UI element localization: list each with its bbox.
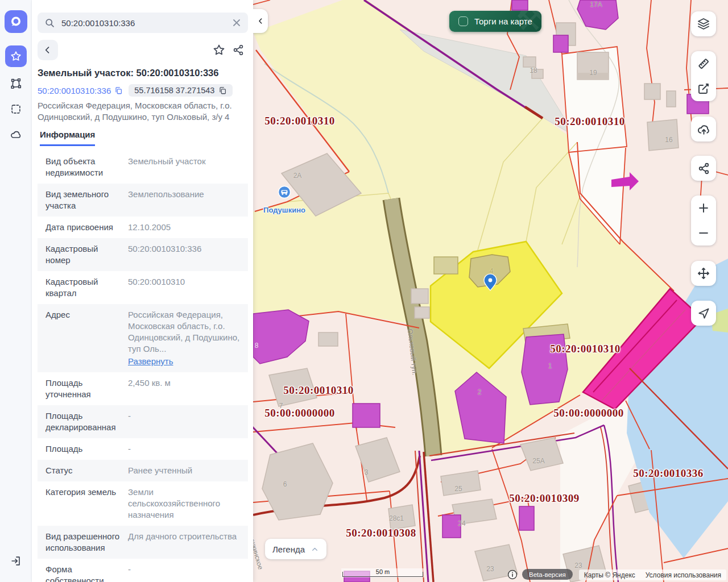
cadastral-quarter-label: 50:20:0010336 [633, 467, 704, 480]
app-window: Земельный участок: 50:20:0010310:336 50:… [0, 0, 728, 582]
info-row-label: Дата присвоения [46, 222, 120, 233]
info-row: Площадь декларированная- [38, 405, 248, 438]
info-row: Кадастровый квартал50:20:0010310 [38, 271, 248, 304]
info-table: Вид объекта недвижимостиЗемельный участо… [38, 151, 248, 582]
info-row-value: Ранее учтенный [120, 465, 242, 476]
scale-label: 50 m [341, 568, 424, 575]
cadastral-quarter-label: 50:20:0010310 [283, 384, 354, 397]
cadastral-number-chip[interactable]: 50:20:0010310:336 [38, 86, 123, 95]
auction-checkbox[interactable] [458, 16, 468, 26]
info-row-value-text: Для дачного строительства [128, 531, 237, 541]
object-address: Российская Федерация, Московская область… [38, 100, 249, 123]
locate-button[interactable] [691, 301, 716, 326]
favorite-button[interactable] [209, 40, 229, 60]
chevron-left-icon [259, 19, 262, 23]
sidebar-item-login[interactable] [5, 550, 27, 572]
building-number-label: 2 [478, 388, 482, 396]
info-row-value-text: 50:20:0010310:336 [128, 244, 201, 253]
panel-collapse-button[interactable] [253, 9, 268, 33]
cadastral-quarter-label: 50:20:0010310 [555, 115, 625, 128]
legend-button[interactable]: Легенда [265, 539, 326, 559]
app-logo[interactable] [5, 10, 27, 33]
info-row-label: Вид объекта недвижимости [46, 156, 120, 178]
info-row-value-text: 50:20:0010310 [128, 277, 185, 286]
back-button[interactable] [38, 40, 58, 60]
sidebar-item-objects[interactable] [5, 73, 27, 94]
upload-button[interactable] [691, 117, 716, 142]
building-number-label: 28с1 [389, 514, 404, 522]
layers-button[interactable] [691, 11, 716, 36]
building-number-label: 23 [574, 562, 582, 569]
search-bar[interactable] [38, 13, 248, 33]
polygon-icon [10, 77, 22, 90]
locate-icon [697, 307, 710, 320]
cadastral-quarter-label: 50:20:0010309 [509, 492, 580, 505]
info-row: Дата присвоения12.10.2005 [38, 217, 248, 238]
share-map-button[interactable] [691, 156, 716, 181]
cadastral-quarter-label: 50:20:0010308 [346, 527, 416, 539]
pan-icon [697, 267, 710, 280]
coordinates-chip[interactable]: 55.716158 37.271543 [129, 84, 233, 97]
coordinates-text: 55.716158 37.271543 [134, 86, 214, 95]
cadastral-quarter-label: 50:20:0010310 [264, 115, 335, 127]
building-number-label: 3 [365, 468, 369, 476]
map-attribution: Карты © Яндекс Условия использования [579, 569, 726, 580]
copy-icon[interactable] [114, 86, 123, 95]
info-row-value-text: Ранее учтенный [128, 465, 192, 475]
auction-on-map-toggle[interactable]: ⚒ Торги на карте [449, 11, 541, 32]
sidebar-item-cloud[interactable] [5, 124, 27, 146]
building-number-label: 16 [665, 136, 672, 144]
info-row-value-text: 2,450 кв. м [128, 378, 171, 388]
cloud-upload-icon [697, 122, 711, 136]
zoom-in-button[interactable] [691, 196, 716, 221]
nspd-logo-icon [9, 14, 23, 29]
sidebar-item-favorites[interactable] [5, 45, 27, 67]
info-row-value-text: Земельный участок [128, 156, 206, 166]
info-row: Вид земельного участкаЗемлепользование [38, 184, 248, 217]
sidebar-item-select-area[interactable] [5, 98, 27, 120]
layers-icon [697, 17, 710, 31]
share-icon [697, 162, 710, 175]
building-number-label: 18 [530, 66, 537, 74]
map-controls [691, 11, 716, 326]
info-row-label: Площадь уточненная [46, 377, 120, 400]
info-row-label: Статус [46, 465, 120, 476]
place-podushkino: Подушкино [263, 192, 305, 214]
info-row-value-text: Землепользование [128, 189, 204, 199]
terms-link[interactable]: Условия использования [646, 571, 721, 579]
tab-information[interactable]: Информация [40, 130, 95, 146]
zoom-out-button[interactable] [691, 221, 716, 246]
copyright-link[interactable]: Карты © Яндекс [584, 571, 635, 579]
info-row-value-text: Российская Федерация, Московская область… [128, 310, 239, 354]
zoom-in-icon [697, 202, 710, 214]
building-number-label: 23 [486, 565, 494, 573]
info-row-value-text: - [128, 444, 131, 454]
chips-row: 50:20:0010310:336 55.716158 37.271543 [38, 84, 233, 97]
share-button[interactable] [229, 40, 248, 60]
info-button[interactable] [507, 569, 518, 580]
close-icon[interactable] [232, 18, 241, 27]
info-row-value-text: 12.10.2005 [128, 222, 171, 232]
search-input[interactable] [60, 18, 227, 28]
exit-icon [10, 555, 22, 567]
address-expand-link[interactable]: Развернуть [128, 356, 173, 367]
search-icon [44, 18, 55, 28]
info-row-value: Российская Федерация, Московская область… [120, 309, 242, 367]
building-number-label: 8 [255, 342, 259, 350]
info-row-value: - [120, 564, 242, 582]
draw-button[interactable] [691, 76, 716, 101]
info-row: Категория земельЗемли сельскохозяйственн… [38, 481, 248, 526]
map-canvas[interactable]: Ольховый туп. Подушкинское Подушкино 50:… [253, 0, 728, 582]
measure-button[interactable] [691, 51, 716, 76]
info-row-label: Вид разрешенного использования [46, 531, 120, 554]
pan-button[interactable] [691, 261, 716, 286]
info-row-value-text: - [128, 564, 131, 574]
copy-icon[interactable] [218, 86, 227, 95]
info-row-value: - [120, 443, 242, 455]
building-number-label: 6 [283, 480, 287, 488]
info-row-value-text: - [128, 411, 131, 421]
place-label: Подушкино [263, 206, 305, 214]
building-number-label: 7 [279, 402, 283, 410]
info-row-label: Вид земельного участка [46, 189, 120, 211]
info-row-label: Категория земель [46, 487, 120, 521]
